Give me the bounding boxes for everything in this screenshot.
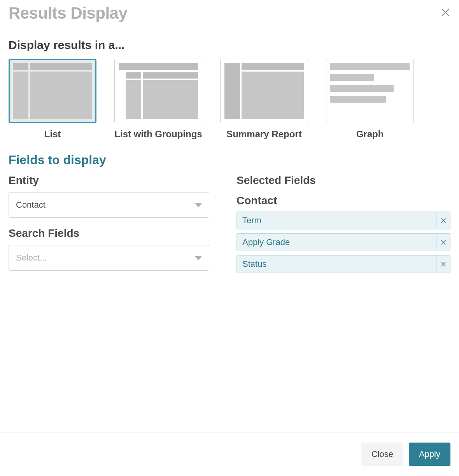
remove-field-button[interactable] xyxy=(436,256,450,273)
display-option-list-groupings[interactable]: List with Groupings xyxy=(114,59,202,140)
fields-to-display-heading: Fields to display xyxy=(9,153,450,167)
display-option-list[interactable]: List xyxy=(9,59,96,140)
display-option-graph[interactable]: Graph xyxy=(326,59,414,140)
right-column: Selected Fields Contact Term Apply Grade… xyxy=(237,174,450,277)
display-option-list-groupings-label: List with Groupings xyxy=(114,129,202,140)
graph-thumbnail xyxy=(326,59,414,123)
display-option-graph-label: Graph xyxy=(356,129,384,140)
dialog-footer: Close Apply xyxy=(0,432,459,476)
summary-thumbnail xyxy=(220,59,308,123)
search-fields-placeholder: Select... xyxy=(16,253,47,263)
remove-field-button[interactable] xyxy=(436,212,450,229)
search-fields-select[interactable]: Select... xyxy=(9,245,209,271)
display-format-heading: Display results in a... xyxy=(9,38,450,52)
selected-field-chip[interactable]: Apply Grade xyxy=(237,233,450,251)
chip-label: Status xyxy=(237,256,436,273)
chip-label: Apply Grade xyxy=(237,234,436,251)
results-display-dialog: Results Display Display results in a... xyxy=(0,0,459,476)
entity-select-value: Contact xyxy=(16,200,46,210)
list-thumbnail xyxy=(9,59,96,123)
dialog-header: Results Display xyxy=(0,0,459,29)
svg-marker-3 xyxy=(195,256,202,261)
selected-field-chip[interactable]: Status xyxy=(237,255,450,273)
fields-columns: Entity Contact Search Fields Select... S… xyxy=(9,174,450,277)
remove-field-button[interactable] xyxy=(436,234,450,251)
apply-button[interactable]: Apply xyxy=(409,443,450,466)
dialog-title: Results Display xyxy=(9,4,127,23)
close-button[interactable]: Close xyxy=(361,443,403,466)
selected-fields-label: Selected Fields xyxy=(237,174,450,187)
entity-label: Entity xyxy=(9,174,222,187)
left-column: Entity Contact Search Fields Select... xyxy=(9,174,222,277)
display-option-summary[interactable]: Summary Report xyxy=(220,59,308,140)
chip-label: Term xyxy=(237,212,436,229)
dialog-body: Display results in a... List xyxy=(0,29,459,432)
chevron-down-icon xyxy=(195,200,202,210)
chevron-down-icon xyxy=(195,253,202,263)
display-options: List Li xyxy=(9,59,450,140)
svg-marker-2 xyxy=(195,203,202,208)
entity-select[interactable]: Contact xyxy=(9,192,209,218)
selected-group-heading: Contact xyxy=(237,194,450,207)
display-option-list-label: List xyxy=(44,129,61,140)
list-groupings-thumbnail xyxy=(114,59,202,123)
selected-field-chip[interactable]: Term xyxy=(237,212,450,229)
search-fields-label: Search Fields xyxy=(9,227,222,240)
close-icon[interactable] xyxy=(440,7,450,19)
display-option-summary-label: Summary Report xyxy=(226,129,301,140)
